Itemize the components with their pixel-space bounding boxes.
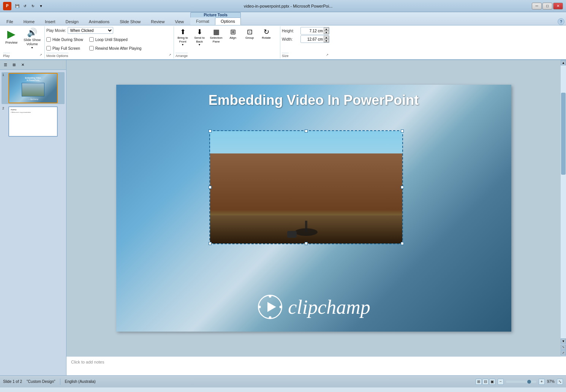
tab-animations[interactable]: Animations (84, 18, 114, 25)
slide-canvas[interactable]: Embedding Video In PowerPoint (116, 85, 511, 332)
tab-slide-show[interactable]: Slide Show (115, 18, 145, 25)
handle-mid-left[interactable] (209, 186, 212, 189)
main-area: ☰ ⊞ ✕ 1 Embedding VideoIn PowerPoint ○cl… (0, 60, 566, 375)
slideshow-volume-button[interactable]: 🔊 Slide ShowVolume ▼ (21, 27, 43, 50)
handle-bot-right[interactable] (401, 242, 404, 245)
ribbon-group-movie-options: Play Movie: When Clicked Automatically H… (45, 26, 174, 58)
panel-close-button[interactable]: ✕ (19, 62, 27, 68)
tab-format[interactable]: Format (190, 17, 215, 25)
scroll-thumb[interactable] (561, 93, 566, 175)
bring-front-label: Bring toFront (177, 36, 188, 43)
video-container[interactable] (209, 130, 403, 244)
slide-preview-2: clipamp • Welcome to my presentation (8, 106, 58, 137)
help-button[interactable]: ? (558, 18, 564, 25)
zoom-in-button[interactable]: + (539, 379, 545, 385)
save-button[interactable]: 💾 (14, 3, 21, 9)
minimize-button[interactable]: ─ (532, 3, 542, 9)
width-input[interactable] (301, 36, 324, 43)
slide-panel-toolbar: ☰ ⊞ ✕ (0, 60, 66, 70)
movie-options-expander[interactable]: ↗ (168, 53, 172, 57)
slide-list: 1 Embedding VideoIn PowerPoint ○clipcham… (0, 70, 66, 375)
zoom-expand-button[interactable]: ⤢ (561, 350, 566, 356)
play-movie-select[interactable]: When Clicked Automatically (68, 27, 113, 34)
slide-thumb-1[interactable]: 1 Embedding VideoIn PowerPoint ○clipcham… (2, 72, 65, 104)
zoom-out-button[interactable]: − (498, 379, 504, 385)
slide-num-2: 2 (2, 106, 7, 110)
maximize-button[interactable]: □ (542, 3, 552, 9)
handle-top-right[interactable] (401, 130, 404, 133)
height-input[interactable] (301, 27, 324, 34)
align-button[interactable]: ⊞ Align (226, 27, 240, 40)
slide-thumb-2[interactable]: 2 clipamp • Welcome to my presentation (2, 106, 65, 138)
hide-during-show-label[interactable]: Hide During Show (52, 38, 83, 42)
scroll-up-button[interactable]: ▲ (561, 60, 566, 65)
ribbon-group-play: ▶ Preview 🔊 Slide ShowVolume ▼ Play ↗ (2, 26, 45, 58)
tab-view[interactable]: View (170, 18, 189, 25)
dropdown-button[interactable]: ▼ (38, 3, 44, 9)
zoom-level: 97% (547, 379, 555, 384)
width-increment-button[interactable]: ▲ (324, 36, 329, 39)
handle-mid-right[interactable] (401, 186, 404, 189)
bring-to-front-button[interactable]: ⬆ Bring toFront ▼ (175, 27, 190, 47)
tab-file[interactable]: File (2, 18, 18, 25)
height-increment-button[interactable]: ▲ (324, 27, 329, 31)
send-to-back-button[interactable]: ⬇ Send toBack ▼ (192, 27, 207, 47)
rewind-movie-row: Rewind Movie After Playing (89, 44, 142, 52)
hide-during-show-row: Hide During Show (46, 36, 83, 43)
app-icon: P (3, 2, 11, 10)
tab-home[interactable]: Home (19, 18, 40, 25)
scroll-track[interactable] (561, 65, 566, 338)
handle-top-left[interactable] (209, 130, 212, 133)
handle-bot-mid[interactable] (305, 242, 308, 245)
rewind-movie-checkbox[interactable] (89, 46, 94, 51)
movie-options-group-label: Movie Options (46, 53, 68, 58)
play-group-label: Play (3, 53, 10, 58)
tab-review[interactable]: Review (146, 18, 169, 25)
redo-button[interactable]: ↻ (30, 3, 36, 9)
vertical-scrollbar: ▲ ▼ ⤡ ⤢ (561, 60, 566, 356)
scroll-down-button[interactable]: ▼ (561, 338, 566, 344)
normal-view-button[interactable]: ⊞ (476, 379, 482, 385)
undo-button[interactable]: ↺ (22, 3, 28, 9)
rewind-movie-label[interactable]: Rewind Movie After Playing (95, 46, 142, 51)
bring-front-icon: ⬆ (180, 28, 186, 36)
rotate-button[interactable]: ↻ Rotate (259, 27, 274, 40)
size-expander[interactable]: ↗ (325, 53, 329, 57)
zoom-track[interactable] (506, 381, 536, 383)
language-info: English (Australia) (65, 379, 96, 384)
align-icon: ⊞ (230, 28, 236, 36)
zoom-fit-button[interactable]: ⤡ (561, 345, 566, 350)
size-group-label: Size (282, 53, 289, 58)
hide-during-show-checkbox[interactable] (46, 37, 51, 42)
slide-sorter-button[interactable]: ⊟ (482, 379, 489, 385)
loop-until-stopped-row: Loop Until Stopped (89, 36, 142, 43)
tab-insert[interactable]: Insert (40, 18, 60, 25)
loop-until-stopped-label[interactable]: Loop Until Stopped (95, 38, 128, 42)
handle-bot-left[interactable] (209, 242, 212, 245)
selection-pane-button[interactable]: ▦ SelectionPane (209, 27, 223, 44)
fit-slide-button[interactable]: ⤡ (557, 379, 563, 385)
tab-design[interactable]: Design (61, 18, 84, 25)
play-expander[interactable]: ↗ (38, 53, 43, 57)
notes-area[interactable]: Click to add notes (66, 356, 566, 375)
close-button[interactable]: ✕ (553, 3, 563, 9)
loop-until-stopped-checkbox[interactable] (89, 37, 94, 42)
group-icon: ⊡ (247, 28, 253, 36)
reading-view-button[interactable]: ▣ (489, 379, 495, 385)
tab-options[interactable]: Options (215, 17, 241, 25)
handle-top-mid[interactable] (305, 130, 308, 133)
notes-placeholder: Click to add notes (71, 360, 104, 364)
panel-grid-button[interactable]: ⊞ (10, 62, 18, 68)
panel-menu-button[interactable]: ☰ (2, 62, 9, 68)
width-decrement-button[interactable]: ▼ (324, 39, 329, 43)
arrange-group-label: Arrange (175, 53, 188, 58)
play-full-screen-label[interactable]: Play Full Screen (52, 46, 80, 51)
zoom-thumb[interactable] (527, 380, 531, 384)
ribbon-group-size: Height: ▲ ▼ Width: (280, 26, 331, 58)
play-full-screen-checkbox[interactable] (46, 46, 51, 51)
slide-title: Embedding Video In PowerPoint (116, 92, 511, 108)
ribbon: File Home Insert Design Animations Slide… (0, 12, 566, 60)
group-button[interactable]: ⊡ Group (242, 27, 257, 40)
height-decrement-button[interactable]: ▼ (324, 31, 329, 34)
preview-button[interactable]: ▶ Preview (3, 27, 20, 46)
